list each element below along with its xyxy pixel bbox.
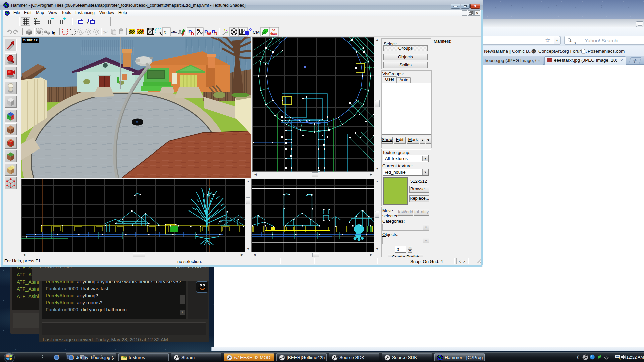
svg-text:3D: 3D xyxy=(34,18,37,21)
svg-text:CA: CA xyxy=(532,50,535,53)
svg-text:CM: CM xyxy=(253,29,260,35)
svg-text:D: D xyxy=(191,31,194,36)
svg-text:no: no xyxy=(272,28,275,32)
svg-text:✂: ✂ xyxy=(103,29,108,35)
svg-text:3D: 3D xyxy=(197,28,200,31)
svg-text:W: W xyxy=(207,31,211,36)
svg-text:ig: ig xyxy=(52,30,56,35)
svg-text:tl: tl xyxy=(164,29,167,35)
svg-text:«tl»: «tl» xyxy=(171,30,177,34)
svg-text:draw: draw xyxy=(270,32,277,35)
svg-text:R: R xyxy=(214,31,218,36)
svg-text:S: S xyxy=(86,22,88,25)
svg-text:L: L xyxy=(75,22,76,25)
